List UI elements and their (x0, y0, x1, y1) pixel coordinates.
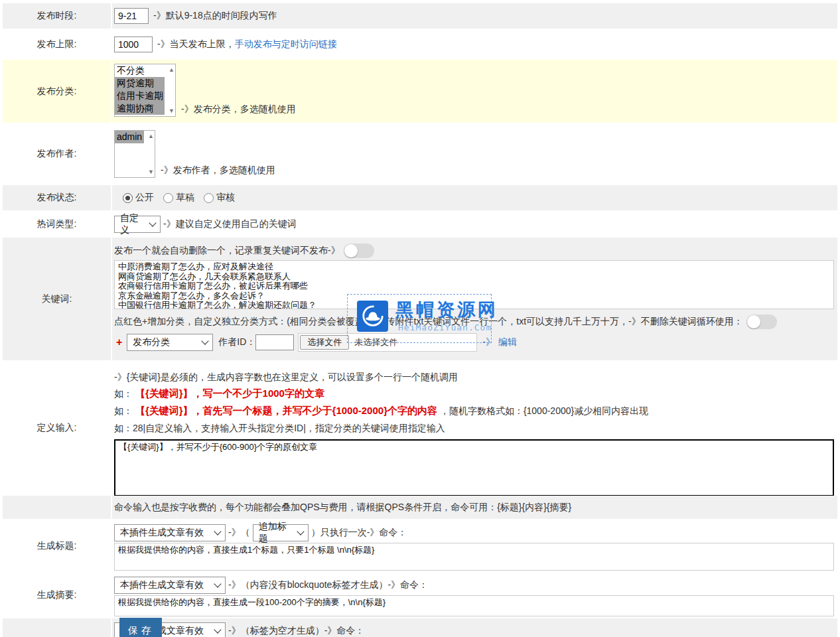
publish-category-label: 发布分类: (3, 60, 111, 123)
hotword-type-note: -》建议自定义使用自己的关键词 (163, 218, 297, 230)
author-id-input[interactable] (255, 334, 294, 350)
row-generate-abstract: 生成摘要: 本插件生成文章有效 -》（内容没有blockquote标签才生成）-… (3, 573, 837, 617)
category-option[interactable]: 信用卡逾期 (115, 90, 165, 102)
edit-link[interactable]: 编辑 (498, 336, 517, 348)
chevron-down-icon (297, 528, 304, 535)
example-prefix: 如： (114, 405, 133, 416)
author-multiselect[interactable]: admin ▲ ▼ (114, 130, 155, 178)
publish-author-label: 发布作者: (3, 124, 111, 184)
keyword-loop-toggle[interactable] (746, 315, 777, 329)
watermark-domain: HeiMaoZiYuan.Com (398, 322, 492, 332)
row-publish-time: 发布时段: -》默认9-18点的时间段内写作 (3, 3, 837, 29)
hotword-type-value: 自定义 (120, 212, 145, 236)
define-note-2: 如： 【{关键词}】，写一个不少于1000字的文章 (114, 385, 837, 402)
watermark: 黑帽资源网 HeiMaoZiYuan.Com (347, 294, 492, 343)
title-command-textarea[interactable]: 根据我提供给你的内容，直接生成1个标题，只要1个标题 \n\n{标题} (114, 543, 834, 571)
author-id-label: 作者ID： (218, 336, 255, 348)
hotword-type-label: 热词类型: (3, 212, 111, 236)
scroll-up-icon[interactable]: ▲ (148, 133, 154, 139)
row-hotword-type: 热词类型: 自定义 -》建议自定义使用自己的关键词 (3, 212, 837, 236)
abstract-mode-note: -》（内容没有blockquote标签才生成）-》命令： (228, 579, 428, 591)
save-button[interactable]: 保存 (119, 618, 162, 637)
category-option[interactable]: 网贷逾期 (115, 77, 165, 90)
publish-limit-label: 发布上限: (3, 30, 111, 58)
generate-title-label: 生成标题: (3, 520, 111, 572)
title-mode-select[interactable]: 本插件生成文章有效 (114, 524, 226, 541)
publish-category-note: -》发布分类，多选随机使用 (181, 104, 296, 115)
radio-off-icon (163, 193, 173, 203)
empty-label (3, 618, 111, 637)
generate-abstract-label: 生成摘要: (3, 573, 111, 617)
chevron-down-icon (202, 337, 209, 344)
command-fee-note: 命令输入也是按字收费的，每个功能都会叠加QPS与费用，请根据QPS条件开启，命令… (114, 502, 571, 514)
author-option[interactable]: admin (115, 131, 144, 143)
example-red-text: 【{关键词}】，首先写一个标题，并写不少于{1000-2000}个字的内容 (135, 405, 437, 416)
hotword-type-select[interactable]: 自定义 (114, 216, 161, 233)
define-note-1: -》{关键词}是必须的，生成内容字数也在这里定义，可以设置多个一行一个随机调用 (114, 366, 837, 385)
radio-public-label: 公开 (135, 192, 154, 204)
keyword-category-select[interactable]: 发布分类 (127, 334, 213, 351)
arrow-text: -》（ (228, 527, 250, 539)
row-command-note: 命令输入也是按字收费的，每个功能都会叠加QPS与费用，请根据QPS条件开启，命令… (3, 496, 837, 519)
define-input-label: 定义输入: (3, 362, 111, 494)
row-publish-author: 发布作者: admin ▲ ▼ -》发布作者，多选随机使用 (3, 124, 837, 184)
category-option[interactable]: 逾期协商 (115, 102, 165, 115)
radio-review-label: 审核 (216, 192, 235, 204)
example-prefix: 如： (114, 388, 133, 399)
keywords-auto-delete-note: 发布一个就会自动删除一个，记录重复关键词不发布-》 (114, 245, 340, 257)
publish-limit-input[interactable] (114, 36, 153, 52)
chevron-down-icon (149, 219, 156, 226)
title-mode-value: 本插件生成文章有效 (120, 527, 204, 539)
manual-publish-link[interactable]: 手动发布与定时访问链接 (235, 38, 337, 50)
define-note-3: 如： 【{关键词}】，首先写一个标题，并写不少于{1000-2000}个字的内容… (114, 402, 837, 419)
chevron-down-icon (214, 626, 221, 633)
row-define-input: 定义输入: -》{关键词}是必须的，生成内容字数也在这里定义，可以设置多个一行一… (3, 362, 837, 494)
abstract-mode-select[interactable]: 本插件生成文章有效 (114, 577, 226, 594)
choose-file-button[interactable]: 选择文件 (300, 335, 349, 350)
tag-mode-note: -》（标签为空才生成）-》命令： (228, 625, 364, 637)
title-append-select[interactable]: 追加标题 (253, 524, 309, 541)
define-note-4: 如：28|自定义输入，支持输入开头指定分类ID|，指定分类的关键词使用指定输入 (114, 419, 837, 437)
empty-label (3, 496, 111, 519)
no-repeat-toggle[interactable] (344, 244, 374, 258)
watermark-title: 黑帽资源网 (395, 298, 498, 322)
keywords-label: 关键词: (3, 238, 111, 360)
title-append-value: 追加标题 (259, 521, 293, 545)
category-multiselect[interactable]: 不分类 网贷逾期 信用卡逾期 逾期协商 ▲ ▼ (114, 64, 176, 117)
scroll-down-icon[interactable]: ▼ (169, 107, 175, 114)
row-publish-category: 发布分类: 不分类 网贷逾期 信用卡逾期 逾期协商 ▲ ▼ -》发布分类，多选随… (3, 60, 837, 123)
publish-limit-note: -》当天发布上限， (157, 38, 235, 50)
row-publish-limit: 发布上限: -》当天发布上限， 手动发布与定时访问链接 (3, 30, 837, 58)
row-publish-status: 发布状态: 公开 草稿 审核 (3, 185, 837, 210)
chevron-down-icon (214, 580, 221, 587)
radio-public[interactable]: 公开 (123, 192, 154, 204)
example-red-text: 【{关键词}】，写一个不少于1000字的文章 (135, 388, 324, 399)
radio-draft-label: 草稿 (176, 192, 194, 204)
keyword-category-value: 发布分类 (133, 336, 170, 348)
scroll-up-icon[interactable]: ▲ (169, 66, 175, 73)
chevron-down-icon (214, 528, 221, 535)
black-hat-logo-icon (357, 301, 388, 332)
example-rest-text: ，随机字数格式如：{1000-2000}减少相同内容出现 (440, 405, 648, 416)
radio-review[interactable]: 审核 (204, 192, 235, 204)
publish-author-note: -》发布作者，多选随机使用 (161, 165, 275, 177)
abstract-command-textarea[interactable]: 根据我提供给你的内容，直接生成一段100-200个字的摘要，\n\n{标题} (114, 595, 834, 616)
category-option[interactable]: 不分类 (115, 64, 165, 77)
radio-off-icon (204, 193, 214, 203)
row-generate-title: 生成标题: 本插件生成文章有效 -》（ 追加标题 ）只执行一次-》命令： 根据我… (3, 520, 837, 572)
publish-time-note: -》默认9-18点的时间段内写作 (153, 10, 277, 22)
define-input-textarea[interactable]: 【{关键词}】，并写不少于{600-900}个字的原创文章 (114, 439, 834, 496)
publish-time-input[interactable] (114, 8, 149, 24)
abstract-mode-value: 本插件生成文章有效 (120, 579, 204, 591)
plugin-settings-page: 发布时段: -》默认9-18点的时间段内写作 发布上限: -》当天发布上限， 手… (0, 0, 840, 637)
add-category-button[interactable]: + (116, 336, 122, 348)
status-radio-group: 公开 草稿 审核 (123, 192, 235, 204)
title-mode-note: ）只执行一次-》命令： (311, 527, 407, 539)
publish-time-label: 发布时段: (3, 3, 111, 29)
publish-status-label: 发布状态: (3, 185, 111, 210)
radio-draft[interactable]: 草稿 (163, 192, 194, 204)
scroll-down-icon[interactable]: ▼ (148, 169, 154, 175)
radio-on-icon (123, 193, 133, 203)
